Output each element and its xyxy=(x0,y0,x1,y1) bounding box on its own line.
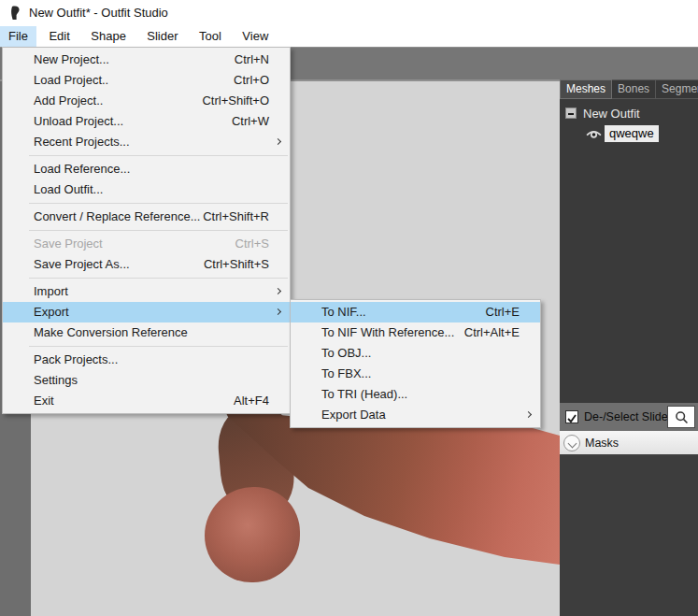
menu-item-label: Pack Projects... xyxy=(34,350,118,370)
menu-item-label: To NIF With Reference... xyxy=(321,322,454,343)
menu-item-shortcut: Ctrl+Shift+R xyxy=(203,207,269,227)
menu-separator xyxy=(29,203,288,204)
meshes-tree: New Outfit qweqwe xyxy=(560,99,698,403)
menu-item-label: Add Project.. xyxy=(34,91,103,111)
menu-item-shortcut: Ctrl+S xyxy=(235,234,269,254)
menu-item-shortcut: Ctrl+Alt+E xyxy=(464,322,520,343)
menu-item-label: Unload Project... xyxy=(34,111,123,132)
menu-item-save-project: Save Project Ctrl+S xyxy=(3,234,290,254)
menu-item-label: To NIF... xyxy=(321,302,366,322)
menu-item-add-project[interactable]: Add Project.. Ctrl+Shift+O xyxy=(3,91,290,111)
app-icon xyxy=(8,6,23,21)
menu-item-convert-replace-reference[interactable]: Convert / Replace Reference... Ctrl+Shif… xyxy=(3,207,290,227)
chevron-down-icon[interactable] xyxy=(563,435,580,451)
menu-item-label: Export Data xyxy=(321,405,386,425)
submenu-item-to-fbx[interactable]: To FBX... xyxy=(291,364,540,384)
menu-item-make-conversion-reference[interactable]: Make Conversion Reference xyxy=(3,322,290,343)
outfit-studio-window: New Outfit* - Outfit Studio File Edit Sh… xyxy=(0,0,698,616)
menu-item-label: Recent Projects... xyxy=(34,132,130,152)
menu-item-label: Load Project.. xyxy=(34,70,108,91)
checkmark-icon xyxy=(566,413,577,424)
menu-item-label: New Project... xyxy=(34,50,109,70)
menu-separator xyxy=(29,155,288,156)
tab-bones[interactable]: Bones xyxy=(612,79,656,99)
menu-item-shortcut: Ctrl+Shift+O xyxy=(202,91,269,111)
menubar-item-view[interactable]: View xyxy=(234,26,277,47)
sliders-empty-area xyxy=(560,456,698,616)
menu-item-recent-projects[interactable]: Recent Projects... xyxy=(3,132,290,152)
deselect-sliders-label: De-/Select Sliders xyxy=(584,403,677,431)
tree-row-new-outfit[interactable]: New Outfit xyxy=(565,105,640,122)
menu-item-label: To OBJ... xyxy=(321,343,371,364)
menu-item-settings[interactable]: Settings xyxy=(3,370,290,391)
submenu-item-to-nif[interactable]: To NIF... Ctrl+E xyxy=(291,302,540,322)
panel-tabs: Meshes Bones Segments xyxy=(560,79,698,99)
export-submenu: To NIF... Ctrl+E To NIF With Reference..… xyxy=(290,299,541,428)
menu-item-pack-projects[interactable]: Pack Projects... xyxy=(3,350,290,370)
menu-item-label: Convert / Replace Reference... xyxy=(34,207,200,227)
menubar-item-file[interactable]: File xyxy=(0,26,36,47)
masks-header[interactable]: Masks xyxy=(560,431,698,456)
tab-meshes[interactable]: Meshes xyxy=(560,79,612,99)
selected-mesh-label[interactable]: qweqwe xyxy=(605,125,659,142)
submenu-item-export-data[interactable]: Export Data xyxy=(291,405,540,425)
menu-item-shortcut: Alt+F4 xyxy=(234,391,269,411)
menu-item-shortcut: Ctrl+W xyxy=(232,111,269,132)
menu-item-label: Exit xyxy=(34,391,54,411)
file-menu: New Project... Ctrl+N Load Project.. Ctr… xyxy=(2,47,291,414)
menubar-item-edit[interactable]: Edit xyxy=(40,26,78,47)
submenu-item-to-obj[interactable]: To OBJ... xyxy=(291,343,540,364)
menu-item-shortcut: Ctrl+E xyxy=(486,302,520,322)
menu-separator xyxy=(29,278,288,279)
menu-item-label: Load Outfit... xyxy=(34,179,103,200)
slider-search-box[interactable] xyxy=(667,406,695,428)
mesh-preview-heel xyxy=(205,487,300,582)
menu-item-unload-project[interactable]: Unload Project... Ctrl+W xyxy=(3,111,290,132)
menu-item-load-reference[interactable]: Load Reference... xyxy=(3,159,290,179)
submenu-item-to-tri-head[interactable]: To TRI (Head)... xyxy=(291,384,540,405)
menu-item-label: Export xyxy=(34,302,69,322)
tree-row-qweqwe[interactable]: qweqwe xyxy=(586,125,659,142)
menu-separator xyxy=(29,346,288,347)
menubar-item-tool[interactable]: Tool xyxy=(191,26,230,47)
tree-root-label: New Outfit xyxy=(583,107,640,121)
eye-icon[interactable] xyxy=(586,128,602,140)
slider-filter-row: De-/Select Sliders xyxy=(560,403,698,431)
menu-item-label: Save Project xyxy=(34,234,103,254)
menu-item-load-project[interactable]: Load Project.. Ctrl+O xyxy=(3,70,290,91)
menu-item-label: Save Project As... xyxy=(34,254,130,275)
menu-item-shortcut: Ctrl+O xyxy=(234,70,269,91)
window-title: New Outfit* - Outfit Studio xyxy=(29,0,168,26)
tab-segments[interactable]: Segments xyxy=(656,79,698,99)
menu-item-import[interactable]: Import xyxy=(3,281,290,302)
submenu-arrow-icon xyxy=(525,411,532,418)
menu-item-label: Load Reference... xyxy=(34,159,130,179)
menu-item-load-outfit[interactable]: Load Outfit... xyxy=(3,179,290,200)
submenu-arrow-icon xyxy=(275,138,281,145)
menu-item-save-project-as[interactable]: Save Project As... Ctrl+Shift+S xyxy=(3,254,290,275)
menubar: File Edit Shape Slider Tool View xyxy=(0,26,698,47)
titlebar: New Outfit* - Outfit Studio xyxy=(0,0,698,26)
menubar-item-shape[interactable]: Shape xyxy=(82,26,135,47)
right-panel: Meshes Bones Segments New Outfit qweqwe xyxy=(560,79,698,616)
menu-item-exit[interactable]: Exit Alt+F4 xyxy=(3,391,290,411)
submenu-arrow-icon xyxy=(275,288,281,294)
collapse-icon[interactable] xyxy=(565,107,577,119)
search-icon xyxy=(674,409,690,425)
menu-item-label: Settings xyxy=(34,370,78,391)
menu-item-new-project[interactable]: New Project... Ctrl+N xyxy=(3,50,290,70)
submenu-arrow-icon xyxy=(275,308,281,315)
menu-separator xyxy=(29,230,288,231)
menu-item-label: To FBX... xyxy=(321,364,371,384)
submenu-item-to-nif-with-reference[interactable]: To NIF With Reference... Ctrl+Alt+E xyxy=(291,322,540,343)
deselect-sliders-checkbox[interactable] xyxy=(565,410,578,423)
menu-item-shortcut: Ctrl+Shift+S xyxy=(204,254,269,275)
menu-item-export[interactable]: Export xyxy=(3,302,290,322)
menu-item-label: To TRI (Head)... xyxy=(321,384,407,405)
menu-item-label: Make Conversion Reference xyxy=(34,322,188,343)
masks-label: Masks xyxy=(585,431,619,456)
menu-item-shortcut: Ctrl+N xyxy=(235,50,269,70)
menu-item-label: Import xyxy=(34,281,68,302)
menubar-item-slider[interactable]: Slider xyxy=(138,26,186,47)
